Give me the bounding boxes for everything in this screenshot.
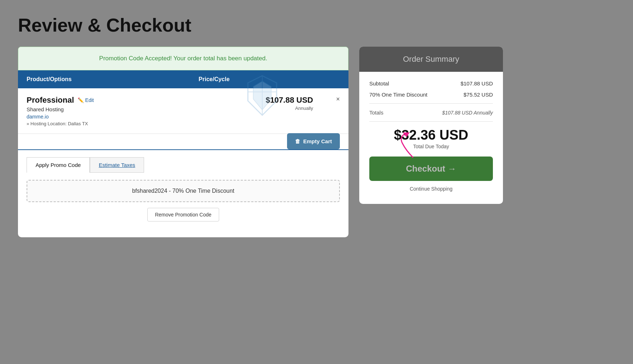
- table-header-row: Product/Options Price/Cycle: [18, 70, 348, 88]
- due-label: Total Due Today: [369, 144, 493, 149]
- product-name-text: Professional: [27, 95, 74, 105]
- edit-label: Edit: [85, 97, 94, 103]
- promo-success-message: Promotion Code Accepted! Your order tota…: [29, 55, 337, 62]
- page-title: Review & Checkout: [18, 14, 615, 36]
- remove-cell: ×: [322, 88, 348, 134]
- product-row: Professional ✏️ Edit Shared Hosting damm…: [18, 88, 348, 134]
- checkout-card: Promotion Code Accepted! Your order tota…: [18, 47, 348, 237]
- order-summary-card: Order Summary Subtotal $107.88 USD 70% O…: [359, 47, 503, 204]
- empty-cart-container: 🗑 Empty Cart: [18, 133, 348, 149]
- price-cycle: Annually: [199, 106, 313, 111]
- product-table-wrapper: Product/Options Price/Cycle Professional…: [18, 70, 348, 134]
- totals-row: Totals $107.88 USD Annually: [369, 109, 493, 116]
- subtotal-label: Subtotal: [369, 80, 389, 87]
- product-name-row: Professional ✏️ Edit: [27, 95, 181, 105]
- empty-cart-button[interactable]: 🗑 Empty Cart: [287, 133, 340, 149]
- col-price-header: Price/Cycle: [190, 70, 322, 88]
- product-subtitle: Shared Hosting: [27, 106, 181, 112]
- promo-code-text: bfshared2024 - 70% One Time Discount: [132, 188, 235, 194]
- summary-header: Order Summary: [359, 47, 503, 72]
- pencil-icon: ✏️: [78, 97, 84, 103]
- summary-body: Subtotal $107.88 USD 70% One Time Discou…: [359, 72, 503, 204]
- totals-value: $107.88 USD Annually: [442, 110, 493, 116]
- tab-apply-promo[interactable]: Apply Promo Code: [27, 157, 90, 173]
- discount-value: $75.52 USD: [463, 92, 493, 98]
- empty-cart-label: Empty Cart: [303, 138, 332, 144]
- trash-icon: 🗑: [295, 138, 300, 144]
- price-cell: $107.88 USD Annually: [190, 88, 322, 134]
- tabs-section: Apply Promo Code Estimate Taxes bfshared…: [18, 149, 348, 229]
- checkout-button[interactable]: Checkout →: [369, 157, 493, 181]
- subtotal-value: $107.88 USD: [461, 80, 493, 87]
- discount-row: 70% One Time Discount $75.52 USD: [369, 92, 493, 98]
- promo-success-banner: Promotion Code Accepted! Your order tota…: [18, 47, 348, 70]
- subtotal-row: Subtotal $107.88 USD: [369, 80, 493, 87]
- product-detail: » Hosting Location: Dallas TX: [27, 121, 181, 126]
- summary-divider: [369, 103, 493, 104]
- summary-divider-2: [369, 121, 493, 122]
- checkout-annotation: Checkout →: [369, 157, 493, 181]
- tab-content-promo: bfshared2024 - 70% One Time Discount Rem…: [27, 173, 340, 229]
- product-domain[interactable]: damme.io: [27, 114, 181, 120]
- edit-link[interactable]: ✏️ Edit: [78, 97, 94, 103]
- col-product-header: Product/Options: [18, 70, 190, 88]
- discount-label: 70% One Time Discount: [369, 92, 428, 98]
- tab-estimate-taxes[interactable]: Estimate Taxes: [90, 157, 144, 173]
- continue-shopping-link[interactable]: Continue Shopping: [369, 186, 493, 192]
- tabs-nav: Apply Promo Code Estimate Taxes: [27, 157, 340, 173]
- big-total: $32.36 USD: [369, 127, 493, 143]
- totals-label: Totals: [369, 109, 383, 116]
- product-info-cell: Professional ✏️ Edit Shared Hosting damm…: [18, 88, 190, 134]
- remove-product-button[interactable]: ×: [336, 95, 340, 103]
- product-table: Product/Options Price/Cycle Professional…: [18, 70, 348, 134]
- price-amount: $107.88 USD: [199, 95, 313, 105]
- remove-promo-button[interactable]: Remove Promotion Code: [147, 208, 219, 221]
- promo-code-display-box: bfshared2024 - 70% One Time Discount: [27, 180, 340, 202]
